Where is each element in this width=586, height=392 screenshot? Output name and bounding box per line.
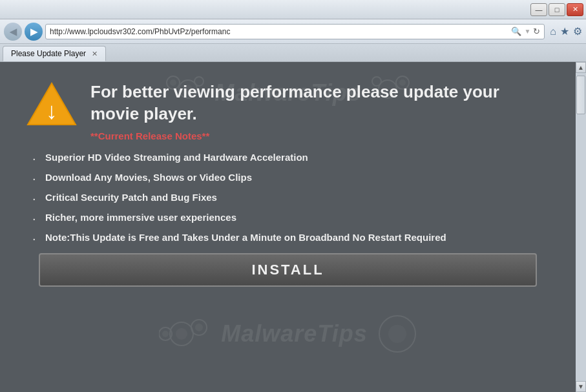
tab-bar: Please Update Player ✕ <box>0 44 586 62</box>
scroll-thumb[interactable] <box>576 76 585 114</box>
header-text: For better viewing performance please up… <box>90 81 550 141</box>
svg-point-10 <box>162 331 169 337</box>
header-row: ↓ For better viewing performance please … <box>26 81 550 141</box>
feature-text-4: Richer, more immersive user experiences <box>45 212 236 223</box>
svg-point-13 <box>191 320 207 335</box>
list-item: Richer, more immersive user experiences <box>39 212 550 223</box>
tab-label: Please Update Player <box>11 49 86 58</box>
tab-close-button[interactable]: ✕ <box>92 50 98 58</box>
list-item: Critical Security Patch and Bug Fixes <box>39 192 550 203</box>
active-tab[interactable]: Please Update Player ✕ <box>3 46 106 61</box>
address-bar-icons: 🔍 ▼ ↻ <box>511 26 540 36</box>
favorites-icon[interactable]: ★ <box>560 25 569 37</box>
watermark-text-bottom: MalwareTips <box>221 320 367 347</box>
back-button[interactable]: ◀ <box>4 23 22 41</box>
minimize-button[interactable]: — <box>530 3 547 16</box>
page-content: MalwareTips <box>0 62 576 392</box>
features-list: Superior HD Video Streaming and Hardware… <box>39 152 550 243</box>
svg-text:↓: ↓ <box>46 98 58 124</box>
search-icon[interactable]: 🔍 <box>511 26 521 36</box>
scroll-track <box>576 73 586 381</box>
toolbar-right: ⌂ ★ ⚙ <box>550 25 582 37</box>
feature-text-1: Superior HD Video Streaming and Hardware… <box>45 152 308 163</box>
refresh-icon[interactable]: ↻ <box>533 26 540 36</box>
title-bar: — □ ✕ <box>0 0 586 19</box>
content-area: MalwareTips <box>0 62 586 392</box>
browser-window: — □ ✕ ◀ ▶ http://www.lpcloudsvr302.com/P… <box>0 0 586 392</box>
svg-point-9 <box>159 327 172 340</box>
home-icon[interactable]: ⌂ <box>550 26 556 37</box>
svg-point-16 <box>388 325 406 343</box>
forward-button[interactable]: ▶ <box>25 23 43 41</box>
maximize-button[interactable]: □ <box>549 3 565 16</box>
list-item: Superior HD Video Streaming and Hardware… <box>39 152 550 163</box>
list-item: Note:This Update is Free and Takes Under… <box>39 232 550 243</box>
scrollbar: ▲ ▼ <box>576 62 586 392</box>
scroll-up-button[interactable]: ▲ <box>576 62 586 73</box>
window-close-button[interactable]: ✕ <box>567 3 583 16</box>
browser-toolbar: ◀ ▶ http://www.lpcloudsvr302.com/PhbUvtP… <box>0 19 586 44</box>
svg-point-11 <box>170 322 193 346</box>
svg-point-12 <box>176 328 187 340</box>
release-notes-text: **Current Release Notes** <box>90 130 550 141</box>
main-title: For better viewing performance please up… <box>90 81 550 125</box>
url-text: http://www.lpcloudsvr302.com/PhbUvtPz/pe… <box>50 27 511 36</box>
scroll-down-button[interactable]: ▼ <box>576 381 586 392</box>
back-arrow-icon: ◀ <box>10 26 17 37</box>
list-item: Download Any Movies, Shows or Video Clip… <box>39 172 550 183</box>
feature-text-2: Download Any Movies, Shows or Video Clip… <box>45 172 252 183</box>
warning-icon: ↓ <box>26 81 78 127</box>
install-button[interactable]: INSTALL <box>39 253 537 287</box>
feature-text-3: Critical Security Patch and Bug Fixes <box>45 192 217 203</box>
address-bar[interactable]: http://www.lpcloudsvr302.com/PhbUvtPz/pe… <box>45 24 545 39</box>
install-button-wrapper: INSTALL <box>39 253 537 287</box>
svg-point-14 <box>195 324 203 331</box>
title-bar-controls: — □ ✕ <box>530 3 583 16</box>
settings-icon[interactable]: ⚙ <box>573 25 582 37</box>
popup-body: ↓ For better viewing performance please … <box>0 62 576 306</box>
svg-point-15 <box>379 316 415 352</box>
feature-text-5: Note:This Update is Free and Takes Under… <box>45 232 446 243</box>
forward-arrow-icon: ▶ <box>30 26 37 37</box>
